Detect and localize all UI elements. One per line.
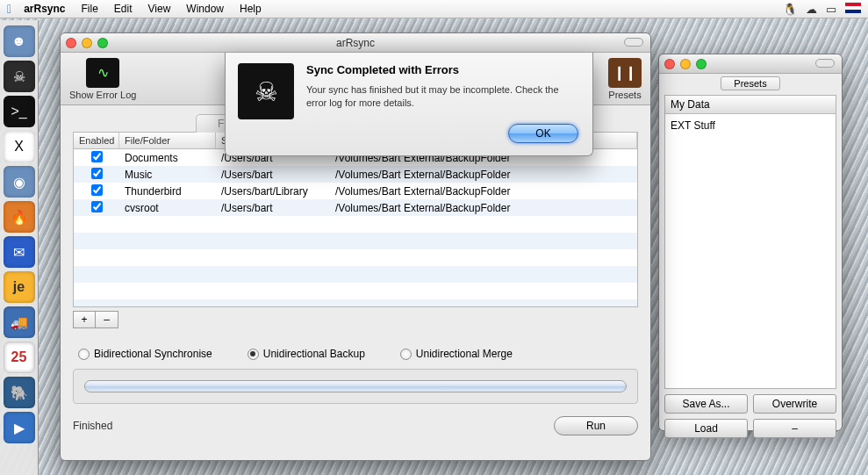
row-file: Music [119,169,216,181]
menu-extra-1-icon[interactable]: 🐧 [783,3,797,16]
zoom-icon[interactable] [696,59,707,69]
progress-panel [73,369,638,404]
error-dialog: ☠ Sync Completed with Errors Your sync h… [225,53,593,156]
toolbar-toggle-icon[interactable] [624,38,643,47]
row-dest: /Volumes/Bart External/BackupFolder [330,169,637,181]
table-row[interactable]: Music/Users/bart/Volumes/Bart External/B… [74,166,637,183]
table-row[interactable]: Thunderbird/Users/bart/Library/Volumes/B… [74,183,637,199]
toolbar-toggle-icon[interactable] [815,59,835,68]
row-enabled-checkbox[interactable] [91,201,103,212]
app-menu[interactable]: arRsync [24,3,65,15]
menu-help[interactable]: Help [240,3,262,15]
xquartz-icon[interactable]: X [4,131,35,162]
apple-menu[interactable]:  [7,2,11,16]
menu-view[interactable]: View [148,3,171,15]
remove-row-button[interactable]: – [96,311,118,328]
menu-extra-flag-icon[interactable] [845,3,861,16]
presets-icon: ❙❙ [608,58,642,88]
row-file: Documents [119,152,216,164]
presets-label: Presets [721,76,779,90]
presets-button[interactable]: ❙❙ Presets [608,56,642,101]
preset-item[interactable]: EXT Stuff [665,114,836,137]
skull-flag-icon: ☠ [238,63,294,119]
radio-icon [78,349,90,360]
dialog-message: Your sync has finished but it may be inc… [306,83,578,110]
status-text: Finished [73,420,112,432]
radio-icon [400,349,412,360]
show-error-log-label: Show Error Log [69,90,136,100]
add-row-button[interactable]: + [73,311,96,328]
table-row [74,299,637,307]
col-enabled[interactable]: Enabled [74,133,119,148]
row-file: Thunderbird [119,185,216,198]
radio-unidirectional-backup[interactable]: Unidirectional Backup [247,348,365,360]
col-file[interactable]: File/Folder [119,133,216,148]
row-source: /Users/bart/Library [216,185,330,198]
sync-mode-radios: Bidirectional Synchronise Unidirectional… [73,348,638,360]
menu-extra-display-icon[interactable]: ▭ [826,3,836,16]
sync-table: Enabled File/Folder Source Destination D… [73,132,638,307]
presets-column-header[interactable]: My Data [665,96,836,114]
progress-bar [84,380,627,392]
row-enabled-checkbox[interactable] [91,168,103,179]
save-as-button[interactable]: Save As... [664,394,748,414]
load-button[interactable]: Load [664,419,748,438]
kvirc-icon[interactable]: ▶ [4,412,35,443]
radio-icon [247,349,259,360]
arrsync-icon[interactable]: ☠ [4,61,35,92]
table-row [74,283,637,299]
minimize-icon[interactable] [680,59,691,69]
overwrite-button[interactable]: Overwrite [753,394,836,414]
radio-unidirectional-merge[interactable]: Unidirectional Merge [400,348,513,360]
radio-bidirectional[interactable]: Bidirectional Synchronise [78,348,212,360]
presets-window: Presets My Data EXT Stuff Save As... Ove… [658,54,843,431]
menu-extra-cloud-icon[interactable]: ☁ [806,3,817,16]
row-enabled-checkbox[interactable] [91,184,103,196]
menu-edit[interactable]: Edit [114,3,133,15]
dialog-title: Sync Completed with Errors [306,63,578,76]
radio-merge-label: Unidirectional Merge [416,348,513,360]
heartbeat-icon: ∿ [86,58,119,88]
row-source: /Users/bart [216,202,330,214]
row-dest: /Volumes/Bart External/BackupFolder [330,202,637,214]
table-row [74,249,637,266]
jedit-icon[interactable]: je [4,271,35,303]
postgres-icon[interactable]: 🐘 [4,377,35,408]
table-row[interactable]: cvsroot/Users/bart/Volumes/Bart External… [74,199,637,216]
row-enabled-checkbox[interactable] [91,151,103,162]
table-row [74,266,637,283]
truck-icon[interactable]: 🚚 [4,306,35,338]
row-source: /Users/bart [216,169,330,181]
row-dest: /Volumes/Bart External/BackupFolder [330,185,637,198]
table-row [74,233,637,249]
menu-window[interactable]: Window [186,3,224,15]
thunderbird-icon[interactable]: ✉ [4,236,35,268]
dock: ☻ ☠ >_ X ◉ 🔥 ✉ je 🚚 25 🐘 ▶ [0,20,39,475]
delete-preset-button[interactable]: – [753,419,836,438]
window-title: arRsync [61,37,650,49]
menu-file[interactable]: File [82,3,98,15]
ok-button[interactable]: OK [508,124,578,143]
table-row [74,216,637,233]
calendar-icon[interactable]: 25 [4,342,35,373]
radio-bidir-label: Bidirectional Synchronise [94,348,212,360]
globe-icon[interactable]: ◉ [4,166,35,198]
terminal-icon[interactable]: >_ [4,96,35,127]
presets-titlebar[interactable] [659,54,842,74]
show-error-log-button[interactable]: ∿ Show Error Log [69,56,136,101]
presets-list: My Data EXT Stuff [664,95,836,389]
close-icon[interactable] [664,59,675,69]
row-file: cvsroot [119,202,216,214]
menu-bar:  arRsync File Edit View Window Help 🐧 ☁… [0,0,868,18]
presets-label: Presets [608,90,641,100]
firefox-icon[interactable]: 🔥 [4,201,35,233]
main-titlebar[interactable]: arRsync [61,33,650,53]
radio-backup-label: Unidirectional Backup [263,348,365,360]
finder-icon[interactable]: ☻ [4,25,35,57]
run-button[interactable]: Run [554,416,638,435]
